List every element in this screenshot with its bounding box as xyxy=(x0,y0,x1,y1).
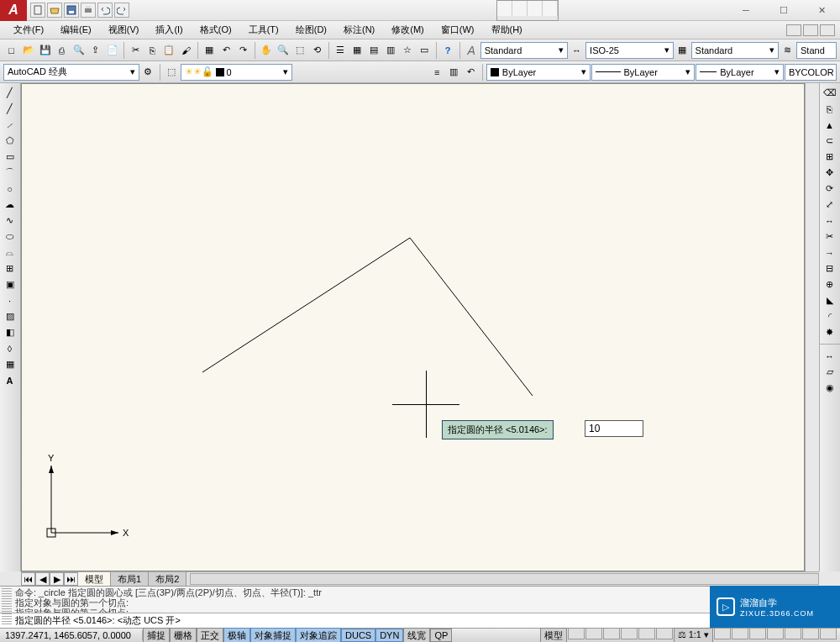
tab-prev-icon[interactable]: ◀ xyxy=(35,572,50,586)
ortho-toggle[interactable]: 正交 xyxy=(197,628,223,643)
ml-style-combo[interactable]: Stand xyxy=(796,42,837,59)
doc-minimize-icon[interactable] xyxy=(786,24,801,36)
table-icon[interactable]: ▦ xyxy=(0,356,19,372)
publish-icon[interactable]: ⇪ xyxy=(87,42,103,59)
block-icon[interactable]: ▦ xyxy=(202,42,218,59)
ws-switch-icon[interactable] xyxy=(749,628,766,639)
erase-icon[interactable]: ⌫ xyxy=(820,85,839,101)
scale-icon[interactable]: ⤢ xyxy=(820,197,839,213)
menu-window[interactable]: 窗口(W) xyxy=(433,22,483,38)
qat-undo-icon[interactable] xyxy=(97,3,113,18)
layer-iso-icon[interactable]: ▥ xyxy=(446,64,462,81)
line-icon[interactable]: ╱ xyxy=(0,85,19,101)
xline-icon[interactable]: ╱ xyxy=(0,101,19,117)
layer-state-icon[interactable]: ≡ xyxy=(429,64,445,81)
zoom-prev-icon[interactable]: ⟲ xyxy=(309,42,325,59)
undo-icon[interactable]: ↶ xyxy=(218,42,234,59)
text-style-combo[interactable]: Standard▾ xyxy=(480,42,568,59)
isolate-icon[interactable] xyxy=(802,628,819,639)
doc-close-icon[interactable] xyxy=(820,24,835,36)
pline-icon[interactable]: ⟋ xyxy=(0,117,19,133)
pointer-icon[interactable] xyxy=(512,1,528,16)
maximize-button[interactable]: ☐ xyxy=(765,0,802,21)
point-icon[interactable]: · xyxy=(0,292,19,308)
drawing-canvas[interactable]: 指定圆的半径 <5.0146>: X Y xyxy=(21,83,805,571)
star-icon[interactable] xyxy=(543,1,558,16)
plotstyle-combo[interactable]: BYCOLOR xyxy=(785,64,837,81)
new-icon[interactable]: □ xyxy=(3,42,19,59)
linetype-combo[interactable]: ByLayer▾ xyxy=(591,64,696,81)
zoom-rt-icon[interactable]: 🔍 xyxy=(276,42,291,59)
quickview-layouts-icon[interactable] xyxy=(568,628,585,639)
mlstyle-icon[interactable]: ≋ xyxy=(780,42,795,59)
sheet-icon[interactable]: ▥ xyxy=(383,42,399,59)
coordinates-display[interactable]: 1397.2471, 1465.6057, 0.0000 xyxy=(0,630,143,640)
workspace-gear-icon[interactable]: ⚙ xyxy=(140,64,156,81)
spline-icon[interactable]: ∿ xyxy=(0,213,19,229)
dynamic-input[interactable] xyxy=(585,420,643,437)
open-icon[interactable]: 📂 xyxy=(20,42,36,59)
tab-model[interactable]: 模型 xyxy=(78,572,111,587)
menu-dim[interactable]: 标注(N) xyxy=(335,22,383,38)
toolbar-lock-icon[interactable] xyxy=(767,628,784,639)
wheel-icon[interactable] xyxy=(638,628,655,639)
vertical-scrollbar[interactable] xyxy=(805,83,819,571)
layer-prev-icon[interactable]: ↶ xyxy=(463,64,479,81)
color-combo[interactable]: ByLayer▾ xyxy=(486,64,591,81)
move-icon[interactable]: ✥ xyxy=(820,165,839,181)
grid-toggle[interactable]: 栅格 xyxy=(170,628,197,643)
arc-icon[interactable]: ⌒ xyxy=(0,165,19,181)
ellipse-arc-icon[interactable]: ⌓ xyxy=(0,245,19,260)
region-icon[interactable]: ◊ xyxy=(0,340,19,356)
menu-insert[interactable]: 插入(I) xyxy=(147,22,191,38)
print-icon[interactable]: ⎙ xyxy=(54,42,70,59)
copy-obj-icon[interactable]: ⎘ xyxy=(820,101,839,117)
paste-icon[interactable]: 📋 xyxy=(161,42,177,59)
qselect-icon[interactable]: ◉ xyxy=(820,380,839,396)
insert-icon[interactable]: ⊞ xyxy=(0,260,19,276)
polar-toggle[interactable]: 极轴 xyxy=(223,628,250,643)
dim-style-combo[interactable]: ISO-25▾ xyxy=(585,42,673,59)
otrack-toggle[interactable]: 对象追踪 xyxy=(296,628,341,643)
pan-status-icon[interactable] xyxy=(603,628,620,639)
tab-next-icon[interactable]: ▶ xyxy=(50,572,64,586)
qp-toggle[interactable]: QP xyxy=(430,629,452,642)
pan-icon[interactable]: ✋ xyxy=(259,42,275,59)
menu-edit[interactable]: 编辑(E) xyxy=(52,22,100,38)
textstyle-icon[interactable]: A xyxy=(464,42,480,59)
area-icon[interactable]: ▱ xyxy=(820,364,839,380)
ellipse-icon[interactable]: ⬭ xyxy=(0,229,19,245)
join-icon[interactable]: ⊕ xyxy=(820,276,839,292)
markup-icon[interactable]: ☆ xyxy=(400,42,416,59)
ducs-toggle[interactable]: DUCS xyxy=(341,629,375,642)
gradient-icon[interactable]: ◧ xyxy=(0,324,19,340)
menu-tools[interactable]: 工具(T) xyxy=(240,22,287,38)
cut-icon[interactable]: ✂ xyxy=(128,42,144,59)
chamfer-icon[interactable]: ◣ xyxy=(820,292,839,308)
annoscale-combo[interactable]: ⚖ 1:1 ▾ xyxy=(674,628,713,643)
lwt-toggle[interactable]: 线宽 xyxy=(403,628,430,643)
rectangle-icon[interactable]: ▭ xyxy=(0,149,19,165)
search-icon[interactable] xyxy=(497,1,512,16)
menu-modify[interactable]: 修改(M) xyxy=(383,22,433,38)
mirror-icon[interactable]: ▲ xyxy=(820,117,839,133)
tab-first-icon[interactable]: ⏮ xyxy=(21,572,35,586)
model-space-button[interactable]: 模型 xyxy=(540,628,567,643)
save-icon[interactable]: 💾 xyxy=(37,42,53,59)
dyn-toggle[interactable]: DYN xyxy=(375,629,403,642)
layer-props-icon[interactable]: ⬚ xyxy=(164,64,180,81)
mtext-icon[interactable]: A xyxy=(0,372,19,388)
calc-icon[interactable]: ▭ xyxy=(417,42,433,59)
hw-accel-icon[interactable] xyxy=(785,628,801,639)
tab-layout2[interactable]: 布局2 xyxy=(149,572,186,587)
snap-toggle[interactable]: 捕捉 xyxy=(143,628,170,643)
tpalette-icon[interactable]: ▤ xyxy=(366,42,382,59)
cleanscreen-icon[interactable] xyxy=(820,628,837,639)
quickview-dwg-icon[interactable] xyxy=(585,628,602,639)
menu-view[interactable]: 视图(V) xyxy=(100,22,148,38)
rotate-icon[interactable]: ⟳ xyxy=(820,181,839,197)
workspace-combo[interactable]: AutoCAD 经典 ▾ xyxy=(3,64,139,81)
qat-new-icon[interactable] xyxy=(30,3,45,18)
circle-icon[interactable]: ○ xyxy=(0,181,19,197)
showmotion-icon[interactable] xyxy=(656,628,673,639)
